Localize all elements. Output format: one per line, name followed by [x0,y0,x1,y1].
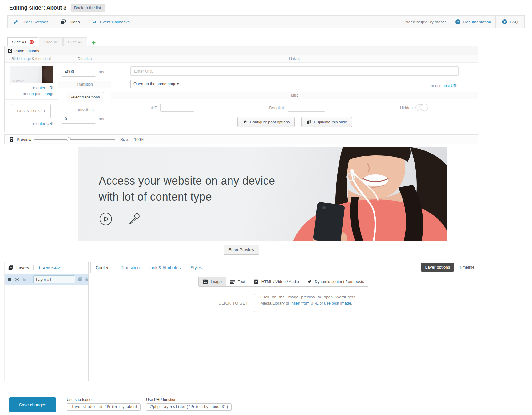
misc-fields-row: #ID Deeplink Hidden [111,99,478,112]
thumbnail-click-to-set-button[interactable]: CLICK TO SET [12,104,51,118]
text-lines-icon [230,280,235,284]
duration-input[interactable] [62,67,96,77]
layer-name-input[interactable] [33,275,75,283]
size-value: 100% [134,137,144,142]
enter-url-link[interactable]: enter URL [36,121,54,126]
preview-label: Preview [17,137,31,142]
tab-label: Event Callbacks [100,20,130,24]
deeplink-field-group: Deeplink [269,104,325,112]
or-text: or [23,91,26,96]
delete-layer-icon[interactable] [85,277,89,282]
use-post-image-link[interactable]: use post image [27,91,54,96]
time-shift-input[interactable] [62,114,96,124]
linking-column: Linking Open on the same page or use pos… [111,55,478,132]
play-circle-icon [99,213,112,225]
layer-list-item[interactable] [5,274,88,285]
hidden-label: Hidden [400,106,413,110]
tab-slides[interactable]: Slides [54,16,86,28]
use-post-url-link[interactable]: use post URL [435,84,459,88]
add-slide-icon[interactable] [91,40,96,45]
slides-icon [60,19,66,25]
configure-post-options-button[interactable]: Configure post options [237,117,295,127]
save-changes-button[interactable]: Save changes [9,397,56,412]
layers-title: Layers [16,265,29,270]
select-transitions-button[interactable]: Select transitions [66,92,104,102]
hidden-field-group: Hidden [400,104,428,111]
footer-bar: Save changes Use shortcode: Use PHP func… [9,397,232,412]
tab-event-callbacks[interactable]: Event Callbacks [86,16,136,28]
duration-header: Duration [58,55,111,63]
slide-tab-3[interactable]: Slide #3 [63,37,87,46]
enter-url-link[interactable]: enter URL [36,86,54,90]
insert-from-url-link[interactable]: insert from URL [291,301,319,305]
time-shift-label: Time Shift [58,107,111,112]
use-post-image-link[interactable]: use post image [324,301,351,305]
drag-handle-icon[interactable] [7,277,12,282]
tab-label: Slider Settings [22,20,48,24]
tab-content[interactable]: Content [90,262,116,273]
php-label: Use PHP function: [146,397,232,402]
back-to-list-button[interactable]: Back to the list [71,4,105,12]
hidden-toggle[interactable] [415,104,428,111]
slide-options-title: Slide Options [15,49,39,53]
close-slide-icon[interactable] [29,40,34,44]
slide-url-input[interactable] [130,66,459,76]
slide-options-panel: Slide Options Slide image & thumbnail ny… [4,46,478,132]
content-type-text[interactable]: Text [226,277,249,287]
tab-styles[interactable]: Styles [185,262,207,273]
php-function-input[interactable] [146,403,232,411]
faq-link[interactable]: FAQ [495,16,524,28]
eye-visibility-icon[interactable] [14,277,20,282]
button-label: Configure post options [250,120,290,124]
slide-tab-1[interactable]: Slide #1 [7,37,38,46]
duration-row: ms [58,63,111,81]
header-separator [33,265,34,270]
slide-tab-label: Slide #3 [68,40,82,44]
id-input[interactable] [160,104,194,112]
layer-options-button[interactable]: Layer options [421,263,454,272]
tab-slider-settings[interactable]: Slider Settings [8,16,54,28]
question-circle-icon: ? [455,19,461,25]
svg-text:?: ? [457,20,459,24]
toggle-knob [421,104,428,111]
slider-track[interactable] [34,139,115,140]
duplicate-layer-icon[interactable] [77,277,82,282]
faq-label: FAQ [510,20,518,24]
tab-link-attributes[interactable]: Link & Attributes [145,262,185,273]
slide-icon-row [99,212,141,226]
microphone-icon [127,212,141,226]
page-title: Editing slider: About 3 [9,5,66,11]
enter-preview-button[interactable]: Enter Preview [224,245,259,255]
content-type-label: Image [211,279,222,284]
slider-handle[interactable] [67,137,71,141]
slide-image-thumbnail[interactable]: ny device [10,66,53,83]
content-type-label: Text [238,279,245,284]
ms-unit: ms [99,70,104,74]
add-new-layer-button[interactable]: Add New [38,266,60,270]
content-type-html-video-audio[interactable]: HTML / Video / Audio [249,277,303,287]
help-text: Need help? Try these: [405,20,446,24]
link-target-row: Open on the same page or use post URL [130,80,459,88]
image-column-header: Slide image & thumbnail [5,55,58,63]
preview-size-slider[interactable] [34,137,115,142]
or-text: or [32,121,35,126]
headline-line-2: with lot of content type [99,189,275,205]
curved-arrow-icon [92,19,97,25]
deeplink-input[interactable] [288,104,325,112]
vertical-divider [120,213,120,225]
timeline-button[interactable]: Timeline [459,265,474,269]
content-type-dynamic-posts[interactable]: Dynamic content from posts [303,277,368,287]
layer-click-to-set-button[interactable]: CLICK TO SET [212,294,255,312]
tab-transition[interactable]: Transition [116,262,145,273]
lock-icon[interactable] [22,277,26,282]
slide-preview-image: Access your website on any device with l… [78,147,447,241]
shortcode-input[interactable] [67,403,141,411]
duplicate-slide-button[interactable]: Duplicate this slide [301,117,352,127]
documentation-link[interactable]: ? Documentation [451,16,495,28]
thumbnail-caption: ny device [13,79,24,82]
content-type-image[interactable]: Image [198,277,226,287]
slide-tab-2[interactable]: Slide #2 [39,37,63,46]
link-target-select[interactable]: Open on the same page [130,80,182,88]
layer-media-row: CLICK TO SET Click on the image preview … [89,294,478,312]
layers-stack-icon [8,265,14,271]
